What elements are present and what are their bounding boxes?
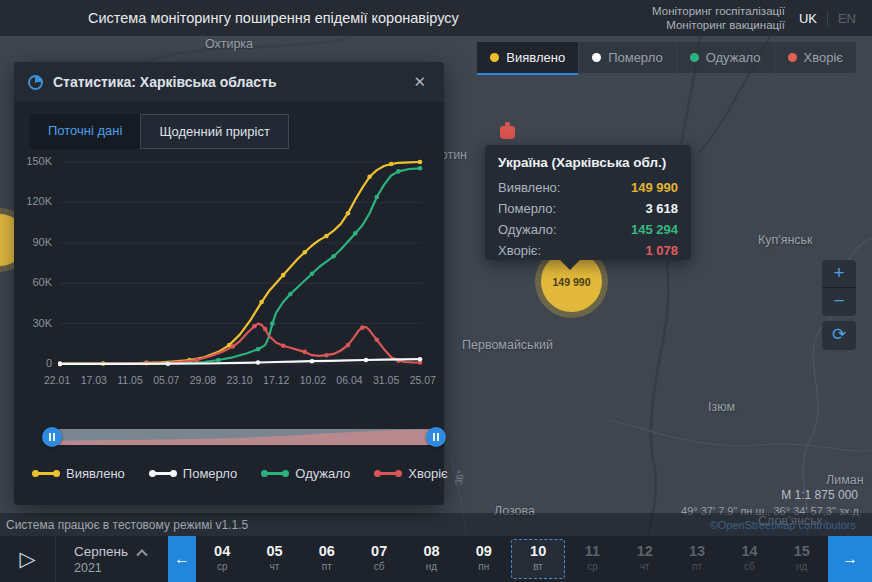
tooltip-value: 145 294: [631, 219, 678, 240]
nav-hospitalization-link[interactable]: Моніторинг госпіталізації: [652, 4, 785, 18]
stats-panel-title: Статистика: Харківська область: [53, 74, 277, 90]
slider-preview: [48, 426, 440, 448]
city-label: Ізюм: [708, 400, 735, 414]
legend-label: Виявлено: [66, 466, 125, 481]
day-cell[interactable]: 11ср: [566, 536, 618, 582]
city-label: Куп'янськ: [758, 233, 813, 247]
day-cell[interactable]: 14сб: [723, 536, 775, 582]
city-label: Охтирка: [205, 37, 253, 51]
x-tick: 17.12: [263, 374, 289, 386]
layer-label: Виявлено: [506, 50, 565, 65]
slider-handle-left[interactable]: [42, 427, 62, 447]
legend-deaths[interactable]: Померло: [151, 466, 238, 481]
month-selector[interactable]: Серпень 2021: [56, 536, 168, 582]
tooltip-value: 1 078: [645, 240, 678, 261]
day-weekday: нд: [796, 559, 807, 574]
map-boundary: [610, 420, 872, 451]
line-dot-icon: [151, 472, 175, 475]
timeline-next-button[interactable]: →: [828, 536, 872, 582]
zoom-out-button[interactable]: −: [822, 288, 856, 316]
x-tick: 06.04: [336, 374, 362, 386]
legend-confirmed[interactable]: Виявлено: [34, 466, 125, 481]
day-cell[interactable]: 06пт: [301, 536, 353, 582]
layer-sick[interactable]: Хворіє: [775, 42, 856, 73]
covid-line-chart: 150K 120K 90K 60K 30K 0 22.01 17.03 11.0…: [22, 154, 436, 388]
day-cell[interactable]: 05чт: [248, 536, 300, 582]
nav-vaccination-link[interactable]: Моніторинг вакцинації: [666, 18, 785, 32]
day-cell-selected[interactable]: 10вт: [511, 539, 565, 579]
timeline-bar: ▷ Серпень 2021 ← 04ср 05чт 06пт 07сб 08н…: [0, 536, 872, 582]
recovered-dot-icon: [690, 53, 699, 62]
map-layer-legend: Виявлено Померло Одужало Хворіє: [477, 42, 856, 73]
y-tick: 150K: [22, 155, 52, 167]
x-tick: 23.10: [226, 374, 252, 386]
day-cell[interactable]: 13пт: [671, 536, 723, 582]
y-tick: 60K: [22, 276, 52, 288]
day-number: 10: [530, 544, 546, 559]
chart-legend: Виявлено Померло Одужало Хворіє: [34, 466, 448, 481]
day-weekday: сб: [744, 559, 755, 574]
day-cell[interactable]: 09пн: [458, 536, 510, 582]
pie-chart-icon: [28, 75, 43, 90]
legend-label: Померло: [183, 466, 238, 481]
zoom-in-button[interactable]: +: [822, 260, 856, 288]
status-bar: Система працює в тестовому режимі v1.1.5: [0, 513, 872, 536]
day-cell[interactable]: 04ср: [196, 536, 248, 582]
zoom-controls: + −: [822, 260, 856, 316]
tooltip-row: Виявлено: 149 990: [498, 177, 678, 198]
x-tick: 11.05: [117, 374, 143, 386]
day-cell[interactable]: 12чт: [619, 536, 671, 582]
marker-value: 149 990: [553, 276, 591, 288]
x-tick: 31.05: [373, 374, 399, 386]
day-number: 13: [689, 544, 705, 559]
x-tick: 29.08: [190, 374, 216, 386]
layer-confirmed[interactable]: Виявлено: [477, 42, 579, 73]
day-cell[interactable]: 08нд: [405, 536, 457, 582]
refresh-button[interactable]: ⟳: [822, 321, 856, 350]
tooltip-row: Померло: 3 618: [498, 198, 678, 219]
tooltip-label: Виявлено:: [498, 177, 560, 198]
tooltip-row: Хворіє: 1 078: [498, 240, 678, 261]
x-tick: 17.03: [81, 374, 107, 386]
day-number: 04: [214, 544, 230, 559]
tooltip-title: Україна (Харківська обл.): [498, 155, 678, 170]
day-number: 15: [794, 544, 810, 559]
x-axis: 22.01 17.03 11.05 05.07 29.08 23.10 17.1…: [44, 374, 436, 386]
region-tooltip: Україна (Харківська обл.) Виявлено: 149 …: [485, 145, 691, 260]
tab-daily-growth[interactable]: Щоденний приріст: [140, 114, 289, 149]
close-icon[interactable]: ✕: [409, 71, 430, 93]
day-weekday: вт: [533, 559, 543, 574]
timeline-days: 04ср 05чт 06пт 07сб 08нд 09пн 10вт 11ср …: [196, 536, 828, 582]
time-range-slider[interactable]: [48, 426, 440, 448]
day-number: 05: [266, 544, 282, 559]
line-dot-icon: [376, 472, 400, 475]
play-button[interactable]: ▷: [0, 536, 56, 582]
layer-label: Хворіє: [804, 50, 843, 65]
layer-deaths[interactable]: Померло: [579, 42, 677, 73]
day-number: 08: [423, 544, 439, 559]
line-dot-icon: [34, 472, 58, 475]
confirmed-dot-icon: [490, 53, 499, 62]
map-point-marker-icon[interactable]: [500, 126, 515, 139]
legend-sick[interactable]: Хворіє: [376, 466, 447, 481]
day-cell[interactable]: 15нд: [776, 536, 828, 582]
tab-current-data[interactable]: Поточні дані: [30, 114, 140, 149]
x-tick: 25.07: [410, 374, 436, 386]
lang-en-button[interactable]: EN: [827, 11, 858, 26]
y-tick: 90K: [22, 236, 52, 248]
day-number: 11: [585, 544, 600, 559]
day-number: 07: [371, 544, 387, 559]
chart-plot-area[interactable]: [58, 154, 426, 370]
legend-recovered[interactable]: Одужало: [263, 466, 350, 481]
slider-handle-right[interactable]: [426, 427, 446, 447]
layer-recovered[interactable]: Одужало: [677, 42, 775, 73]
day-cell[interactable]: 07сб: [353, 536, 405, 582]
lang-uk-button[interactable]: UK: [797, 11, 827, 26]
stats-panel: Статистика: Харківська область ✕ Поточні…: [14, 62, 444, 505]
year-label: 2021: [74, 561, 168, 575]
day-weekday: пн: [478, 559, 489, 574]
timeline-prev-button[interactable]: ←: [168, 536, 196, 582]
y-tick: 120K: [22, 195, 52, 207]
day-weekday: сб: [374, 559, 385, 574]
x-tick: 22.01: [44, 374, 70, 386]
